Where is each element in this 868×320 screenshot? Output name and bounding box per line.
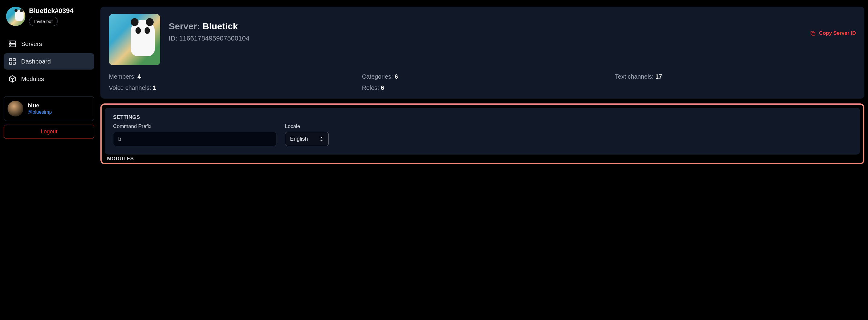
stat-value: 6 xyxy=(381,85,384,91)
locale-label: Locale xyxy=(285,123,329,129)
locale-value: English xyxy=(290,136,308,142)
stat-value: 4 xyxy=(137,73,141,80)
server-id-value: 1166178495907500104 xyxy=(179,34,249,42)
sidebar-item-label: Dashboard xyxy=(21,58,51,65)
server-stats: Members: 4 Categories: 6 Text channels: … xyxy=(109,73,856,91)
servers-icon xyxy=(8,40,16,48)
svg-point-3 xyxy=(10,45,10,46)
server-id-label: ID: xyxy=(169,34,177,42)
svg-rect-7 xyxy=(13,62,16,64)
copy-server-id-button[interactable]: Copy Server ID xyxy=(810,21,856,36)
copy-server-id-label: Copy Server ID xyxy=(819,30,856,36)
main-content: Server: Bluetick ID: 1166178495907500104 xyxy=(100,4,864,164)
stat-label: Text channels: xyxy=(615,73,654,80)
chevron-up-down-icon xyxy=(319,136,323,142)
user-handle: @bluesimp xyxy=(28,109,52,115)
modules-icon xyxy=(8,75,16,83)
sidebar-nav: Servers Dashboard xyxy=(4,36,94,87)
bot-header: Bluetick#0394 Invite bot xyxy=(4,4,94,30)
user-card[interactable]: blue @bluesimp xyxy=(4,96,94,121)
sidebar-item-label: Servers xyxy=(21,40,42,47)
stat-members: Members: 4 xyxy=(109,73,350,80)
sidebar-item-modules[interactable]: Modules xyxy=(4,71,94,87)
settings-card: SETTINGS Command Prefix Locale English xyxy=(105,108,860,155)
bot-name: Bluetick#0394 xyxy=(29,7,73,15)
command-prefix-input[interactable] xyxy=(113,132,276,146)
settings-heading: SETTINGS xyxy=(113,114,852,120)
svg-rect-4 xyxy=(9,58,12,61)
copy-icon xyxy=(810,30,816,36)
svg-rect-6 xyxy=(9,62,12,64)
sidebar-item-servers[interactable]: Servers xyxy=(4,36,94,52)
server-title-prefix: Server: xyxy=(169,21,200,31)
stat-value: 1 xyxy=(153,85,156,91)
stat-voice-channels: Voice channels: 1 xyxy=(109,85,350,91)
svg-rect-5 xyxy=(13,58,16,61)
stat-roles: Roles: 6 xyxy=(362,85,603,91)
locale-select[interactable]: English xyxy=(285,132,329,146)
stat-text-channels: Text channels: 17 xyxy=(615,73,856,80)
stat-label: Members: xyxy=(109,73,136,80)
logout-button[interactable]: Logout xyxy=(4,125,94,139)
stat-categories: Categories: 6 xyxy=(362,73,603,80)
sidebar: Bluetick#0394 Invite bot Servers xyxy=(4,4,94,164)
server-info-card: Server: Bluetick ID: 1166178495907500104 xyxy=(100,7,864,99)
sidebar-item-label: Modules xyxy=(21,75,44,83)
server-title: Server: Bluetick xyxy=(169,21,249,31)
server-id: ID: 1166178495907500104 xyxy=(169,34,249,42)
stat-value: 17 xyxy=(655,73,662,80)
sidebar-item-dashboard[interactable]: Dashboard xyxy=(4,53,94,70)
user-avatar xyxy=(7,101,23,117)
svg-rect-8 xyxy=(812,32,815,35)
server-avatar xyxy=(109,14,160,65)
dashboard-icon xyxy=(8,58,16,65)
user-name: blue xyxy=(28,102,52,109)
stat-label: Roles: xyxy=(362,85,379,91)
server-name: Bluetick xyxy=(203,21,238,31)
stat-label: Voice channels: xyxy=(109,85,151,91)
invite-bot-button[interactable]: Invite bot xyxy=(29,17,58,26)
bot-avatar xyxy=(6,7,25,26)
svg-point-2 xyxy=(10,42,10,43)
stat-value: 6 xyxy=(395,73,398,80)
settings-highlight: SETTINGS Command Prefix Locale English xyxy=(100,103,864,164)
stat-label: Categories: xyxy=(362,73,393,80)
modules-heading: MODULES xyxy=(105,156,860,162)
prefix-label: Command Prefix xyxy=(113,123,276,129)
